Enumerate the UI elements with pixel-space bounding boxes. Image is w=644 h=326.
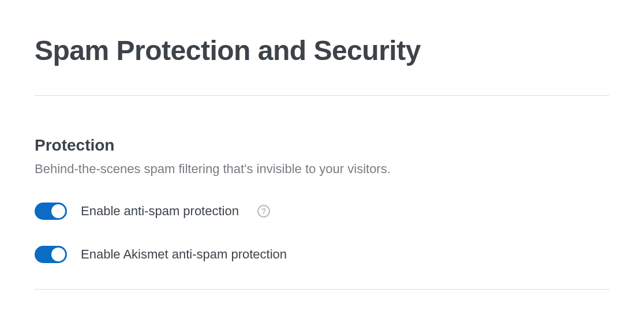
toggle-knob	[51, 204, 65, 218]
toggle-label-anti-spam: Enable anti-spam protection	[81, 204, 239, 219]
help-icon[interactable]: ?	[257, 205, 270, 218]
toggle-label-akismet: Enable Akismet anti-spam protection	[81, 247, 287, 262]
toggle-anti-spam[interactable]	[35, 203, 67, 220]
section-title-protection: Protection	[35, 136, 609, 155]
divider	[35, 95, 609, 96]
toggle-row-anti-spam: Enable anti-spam protection ?	[35, 203, 609, 220]
toggle-row-akismet: Enable Akismet anti-spam protection	[35, 246, 609, 263]
toggle-knob	[51, 248, 65, 261]
section-description-protection: Behind-the-scenes spam filtering that's …	[35, 162, 609, 177]
divider	[35, 289, 609, 290]
page-title: Spam Protection and Security	[35, 35, 609, 66]
toggle-akismet[interactable]	[35, 246, 67, 263]
